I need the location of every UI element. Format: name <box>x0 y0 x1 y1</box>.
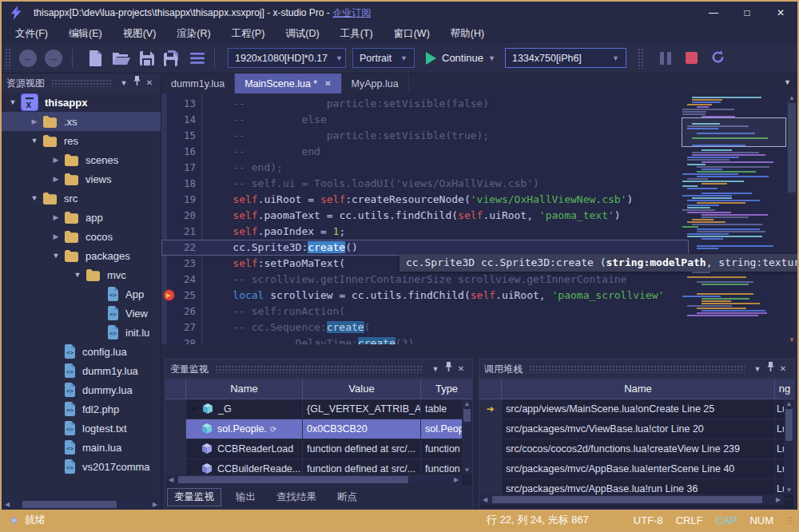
editor-tab-MyApp-lua[interactable]: MyApp.lua <box>342 73 409 93</box>
pin-icon[interactable] <box>764 359 777 379</box>
column-name[interactable]: Name <box>186 379 303 399</box>
tree-item-fdl2.php[interactable]: <>fdl2.php <box>2 399 161 419</box>
tree-expanded-icon[interactable]: ▼ <box>26 194 42 202</box>
stop-button[interactable] <box>686 52 698 64</box>
save-all-button[interactable] <box>164 50 181 66</box>
tree-expanded-icon[interactable]: ▼ <box>70 271 85 279</box>
column-name[interactable]: Name <box>502 379 775 399</box>
scroll-up-icon[interactable]: ▲ <box>786 94 797 101</box>
scrollbar-thumb[interactable] <box>492 496 762 503</box>
menu-item-7[interactable]: 窗口(W) <box>384 24 440 43</box>
scroll-up-icon[interactable]: ▲ <box>784 400 794 407</box>
panel-menu-icon[interactable]: ▼ <box>117 73 130 93</box>
editor-tab-MainScene-lua-[interactable]: MainScene.lua *✕ <box>235 73 341 93</box>
tree-item-mvc[interactable]: ▼mvc <box>2 265 161 284</box>
tree-item-res[interactable]: ▼res <box>2 131 161 150</box>
menu-item-2[interactable]: 视图(V) <box>113 24 167 43</box>
callstack-row-2[interactable]: src/cocos/cocos2d/functions.lua!createVi… <box>479 439 794 459</box>
tree-item-.xs[interactable]: ▶.xs <box>2 112 161 131</box>
scroll-left-icon[interactable]: ◀ <box>479 496 491 503</box>
scroll-right-icon[interactable]: ▶ <box>773 496 784 503</box>
watch-row-0[interactable]: _G{GL_VERTEX_ATTRIB_AR...table <box>165 399 472 419</box>
watch-row-1[interactable]: sol.People.⟳0x0CB3CB20sol.Peopl <box>165 419 472 439</box>
status-eol[interactable]: CRLF <box>676 514 703 526</box>
column-lang[interactable]: ng <box>775 379 794 399</box>
device-select[interactable]: 1334x750[iPh6]▼ <box>505 48 626 68</box>
menu-item-5[interactable]: 调试(D) <box>275 24 329 43</box>
tree-item-scenes[interactable]: ▶scenes <box>2 150 161 169</box>
tree-item-init.lu[interactable]: <>init.lu <box>2 323 161 342</box>
code-line-22[interactable]: 22 cc.Sprite3D:create() <box>161 240 689 256</box>
tree-item-main.lua[interactable]: <>main.lua <box>2 438 161 457</box>
open-folder-button[interactable] <box>112 51 130 66</box>
close-icon[interactable]: ✕ <box>324 79 331 88</box>
navigate-forward-button[interactable]: → <box>45 50 62 67</box>
tree-item-vs2017comma[interactable]: <>vs2017comma <box>2 457 161 476</box>
close-icon[interactable]: ✕ <box>455 359 467 379</box>
watch-row-2[interactable]: CCBReaderLoadfunction defined at src/...… <box>165 439 472 459</box>
callstack-vertical-scrollbar[interactable]: ▲ ▼ <box>784 399 794 494</box>
callstack-row-0[interactable]: ➜src/app/views/MainScene.lua!onCreate Li… <box>479 399 794 419</box>
pin-icon[interactable] <box>442 359 455 379</box>
navigate-back-button[interactable]: ← <box>19 50 37 67</box>
run-options-dropdown-icon[interactable]: ▼ <box>488 54 495 62</box>
subscription-link[interactable]: 企业订阅 <box>332 7 371 18</box>
expanded-icon[interactable] <box>190 407 198 411</box>
sidebar-horizontal-scrollbar[interactable]: ◀ ▶ <box>2 498 161 510</box>
tree-item-dumm1y.lua[interactable]: <>dumm1y.lua <box>2 361 161 380</box>
panel-tab-0[interactable]: 变量监视 <box>167 488 221 506</box>
tree-item-cocos[interactable]: ▶cocos <box>2 227 161 246</box>
scroll-down-icon[interactable]: ▼ <box>786 336 797 343</box>
layout-menu-button[interactable] <box>190 53 205 64</box>
tree-item-logtest.txt[interactable]: <>logtest.txt <box>2 419 161 438</box>
scroll-right-icon[interactable]: ▶ <box>451 476 462 483</box>
callstack-row-1[interactable]: src/packages/mvc/ViewBase.lua!ctor Line … <box>479 419 794 439</box>
close-button[interactable]: ✕ <box>764 2 797 24</box>
editor-vertical-scrollbar[interactable]: ▲ ▼ <box>786 93 797 344</box>
editor-tab-dumm1y-lua[interactable]: dumm1y.lua <box>161 73 235 93</box>
scrollbar-thumb[interactable] <box>788 103 796 193</box>
panel-drag-handle[interactable] <box>51 79 111 87</box>
menu-item-0[interactable]: 文件(F) <box>5 24 58 43</box>
toolbar-grip[interactable] <box>5 48 11 69</box>
column-value[interactable]: Value <box>303 379 421 399</box>
panel-tab-1[interactable]: 输出 <box>229 489 262 506</box>
close-icon[interactable]: ✕ <box>143 73 156 93</box>
save-button[interactable] <box>140 51 154 66</box>
tab-list-dropdown-icon[interactable]: ▼ <box>784 78 791 86</box>
tree-item-app[interactable]: ▶app <box>2 208 161 227</box>
menu-item-3[interactable]: 渲染(R) <box>166 24 221 43</box>
resize-grip[interactable] <box>786 516 794 524</box>
tree-item-config.lua[interactable]: <>config.lua <box>2 342 161 361</box>
scrollbar-thumb[interactable] <box>463 409 471 422</box>
callstack-row-3[interactable]: src/packages/mvc/AppBase.lua!enterScene … <box>479 459 794 479</box>
restart-button[interactable] <box>710 50 725 67</box>
orientation-select[interactable]: Portrait▼ <box>352 48 415 68</box>
pin-icon[interactable] <box>130 73 143 93</box>
tree-item-View[interactable]: <>View <box>2 304 161 323</box>
scrollbar-thumb[interactable] <box>22 501 117 508</box>
close-icon[interactable]: ✕ <box>777 359 789 379</box>
maximize-button[interactable]: □ <box>730 2 764 24</box>
scroll-left-icon[interactable]: ◀ <box>2 501 13 508</box>
tree-item-src[interactable]: ▼src <box>2 189 161 208</box>
menu-item-4[interactable]: 工程(P) <box>221 24 276 43</box>
continue-run-icon[interactable] <box>426 52 436 65</box>
panel-menu-icon[interactable]: ▼ <box>429 359 442 379</box>
menu-item-6[interactable]: 工具(T) <box>330 24 384 43</box>
tree-expanded-icon[interactable]: ▼ <box>26 137 42 145</box>
watch-horizontal-scrollbar[interactable]: ◀ ▶ <box>165 474 462 485</box>
menu-item-1[interactable]: 编辑(E) <box>58 24 113 43</box>
scroll-down-icon[interactable]: ▼ <box>462 466 472 474</box>
panel-drag-handle[interactable] <box>529 365 745 373</box>
column-type[interactable]: Type <box>421 379 472 399</box>
tree-collapsed-icon[interactable]: ▶ <box>26 117 42 125</box>
panel-menu-icon[interactable]: ▼ <box>751 359 764 379</box>
scrollbar-thumb[interactable] <box>178 476 408 483</box>
panel-tab-2[interactable]: 查找结果 <box>270 489 323 506</box>
minimize-button[interactable]: — <box>697 2 730 24</box>
tree-item-App[interactable]: <>App <box>2 284 161 304</box>
resolution-select[interactable]: 1920x1080[HD]*0.17▼ <box>228 48 346 68</box>
panel-tab-3[interactable]: 断点 <box>331 489 364 506</box>
tree-collapsed-icon[interactable]: ▶ <box>48 156 64 164</box>
